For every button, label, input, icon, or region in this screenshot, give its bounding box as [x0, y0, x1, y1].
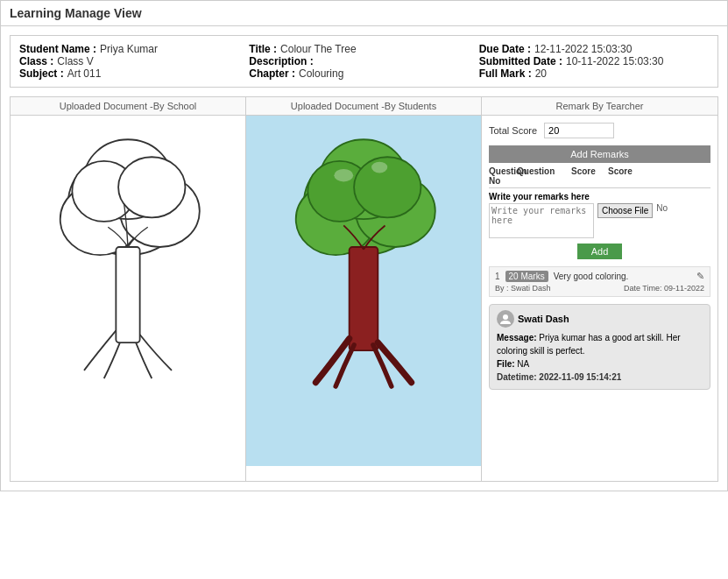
main-container: Student Name : Priya Kumar Class : Class…: [0, 25, 728, 491]
datetime-label: Datetime:: [497, 372, 537, 382]
svg-point-12: [354, 157, 421, 217]
description-row: Description :: [249, 55, 478, 67]
add-remarks-button[interactable]: Add Remarks: [489, 145, 710, 163]
edit-icon[interactable]: ✎: [696, 271, 704, 282]
svg-rect-6: [116, 247, 139, 342]
title-value: Colour The Tree: [280, 43, 357, 55]
comment-datetime: Datetime: 2022-11-09 15:14:21: [497, 372, 621, 382]
col-score: Score: [571, 166, 606, 186]
total-score-label: Total Score: [489, 125, 537, 136]
remark-num: 1: [495, 272, 500, 281]
info-col-1: Student Name : Priya Kumar Class : Class…: [19, 43, 249, 80]
remarks-input-row: Choose File No: [489, 203, 710, 238]
school-panel-body: [11, 116, 245, 466]
student-document-panel: Uploaded Document -By Students: [246, 97, 482, 481]
chapter-label: Chapter :: [249, 67, 295, 80]
window-title: Learning Manage View: [0, 0, 728, 25]
file-value: NA: [517, 359, 529, 369]
student-name-label: Student Name :: [19, 43, 96, 55]
col-score2: Score: [608, 166, 661, 186]
subject-value: Art 011: [67, 67, 102, 80]
svg-rect-15: [350, 247, 378, 350]
message-label: Message:: [497, 333, 537, 342]
info-col-3: Due Date : 12-11-2022 15:03:30 Submitted…: [479, 43, 709, 80]
subject-label: Subject :: [19, 67, 64, 80]
remarks-panel-header: Remark By Tearcher: [482, 97, 717, 116]
svg-point-13: [334, 169, 353, 182]
datetime-value: 2022-11-09 15:14:21: [539, 372, 621, 382]
comment-header: Swati Dash: [497, 310, 703, 328]
class-value: Class V: [57, 55, 93, 67]
content-area: Uploaded Document -By School: [10, 96, 718, 482]
svg-point-16: [503, 314, 508, 320]
full-mark-row: Full Mark : 20: [479, 67, 709, 80]
total-score-row: Total Score: [489, 123, 710, 138]
comment-body: Message: Priya kumar has a good art skil…: [497, 331, 703, 384]
write-remarks-label: Write your remarks here: [489, 192, 710, 201]
due-date-value: 12-11-2022 15:03:30: [534, 43, 632, 55]
submitted-date-row: Submitted Date : 10-11-2022 15:03:30: [479, 55, 709, 67]
svg-point-14: [371, 162, 387, 173]
submitted-date-value: 10-11-2022 15:03:30: [566, 55, 663, 67]
marks-badge: 20 Marks: [505, 271, 548, 282]
remark-datetime: Date Time: 09-11-2022: [624, 284, 704, 293]
chapter-row: Chapter : Colouring: [249, 67, 478, 80]
full-mark-value: 20: [535, 67, 547, 80]
remarks-panel-body: Total Score Add Remarks Question No Ques…: [482, 116, 717, 466]
avatar: [497, 310, 514, 328]
school-tree-image: [40, 129, 216, 453]
table-header: Question No Question Score Score: [489, 166, 710, 188]
col-question: Question: [517, 166, 569, 186]
comment-card: Swati Dash Message: Priya kumar has a go…: [489, 304, 710, 390]
description-label: Description :: [249, 55, 313, 67]
student-panel-header: Uploaded Document -By Students: [246, 97, 481, 116]
info-section: Student Name : Priya Kumar Class : Class…: [10, 35, 718, 88]
title-row: Title : Colour The Tree: [249, 43, 478, 55]
commenter-name: Swati Dash: [518, 314, 569, 324]
col-question-no: Question No: [489, 166, 515, 186]
remark-top-row: 1 20 Marks Very good coloring. ✎: [495, 271, 704, 282]
class-row: Class : Class V: [19, 55, 249, 67]
remarks-textarea[interactable]: [489, 203, 594, 238]
no-file-text: No: [656, 203, 668, 213]
school-document-panel: Uploaded Document -By School: [11, 97, 246, 481]
school-panel-header: Uploaded Document -By School: [11, 97, 245, 116]
subject-row: Subject : Art 011: [19, 67, 249, 80]
due-date-row: Due Date : 12-11-2022 15:03:30: [479, 43, 709, 55]
chapter-value: Colouring: [299, 67, 343, 80]
total-score-input[interactable]: [544, 123, 614, 138]
remarks-panel: Remark By Tearcher Total Score Add Remar…: [482, 97, 717, 481]
info-col-2: Title : Colour The Tree Description : Ch…: [249, 43, 478, 80]
full-mark-label: Full Mark :: [479, 67, 532, 80]
title-label: Title :: [249, 43, 277, 55]
add-button[interactable]: Add: [577, 244, 623, 259]
student-panel-body: [246, 116, 481, 466]
remark-text: Very good coloring.: [554, 272, 629, 281]
remark-by-row: By : Swati Dash Date Time: 09-11-2022: [495, 284, 704, 293]
svg-point-5: [118, 157, 185, 217]
student-name-row: Student Name : Priya Kumar: [19, 43, 249, 55]
due-date-label: Due Date :: [479, 43, 531, 55]
student-tree-image: [276, 129, 451, 453]
submitted-date-label: Submitted Date :: [479, 55, 562, 67]
choose-file-button[interactable]: Choose File: [597, 203, 653, 218]
file-label: File:: [497, 359, 515, 369]
remark-item: 1 20 Marks Very good coloring. ✎ By : Sw…: [489, 266, 710, 297]
remark-by: By : Swati Dash: [495, 284, 551, 293]
student-name-value: Priya Kumar: [100, 43, 158, 55]
class-label: Class :: [19, 55, 53, 67]
